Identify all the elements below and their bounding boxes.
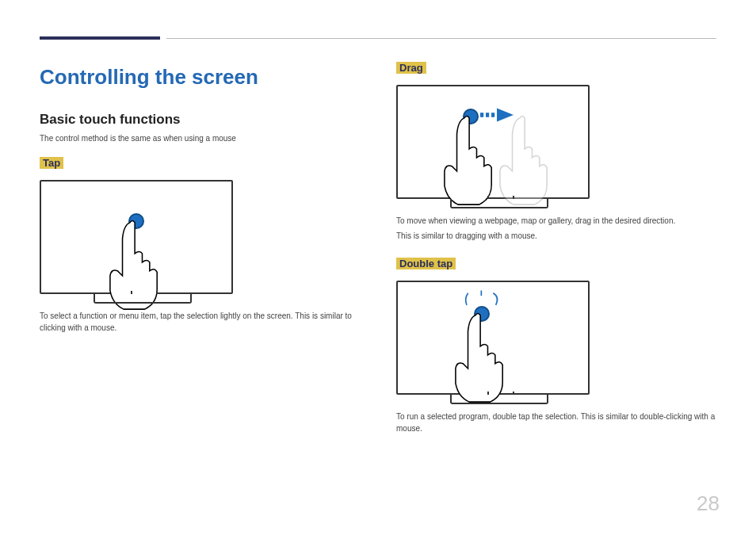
header-rule: [166, 38, 716, 39]
subsection-title: Basic touch functions: [40, 112, 360, 128]
doubletap-illustration: [396, 281, 602, 404]
section-title: Controlling the screen: [40, 65, 360, 90]
tap-description: To select a function or menu item, tap t…: [40, 310, 360, 334]
doubletap-heading: Double tap: [396, 258, 456, 269]
drag-illustration: [396, 85, 602, 208]
monitor-stand-icon: [94, 294, 192, 304]
monitor-icon: [396, 281, 590, 395]
left-column: Controlling the screen Basic touch funct…: [40, 60, 360, 438]
header-accent-bar: [40, 36, 160, 40]
intro-text: The control method is the same as when u…: [40, 134, 360, 143]
monitor-stand-icon: [450, 395, 548, 404]
page-number: 28: [697, 491, 720, 516]
monitor-icon: [40, 180, 233, 294]
doubletap-description: To run a selected program, double tap th…: [396, 411, 716, 434]
drag-heading: Drag: [396, 62, 426, 74]
monitor-icon: [396, 85, 590, 199]
tap-heading: Tap: [40, 157, 63, 169]
right-column: Drag: [396, 60, 716, 438]
drag-description-2: This is similar to dragging with a mouse…: [396, 230, 716, 242]
page: Controlling the screen Basic touch funct…: [0, 0, 756, 535]
monitor-stand-icon: [450, 199, 548, 208]
two-column-layout: Controlling the screen Basic touch funct…: [40, 60, 716, 438]
drag-description-1: To move when viewing a webpage, map or g…: [396, 215, 716, 227]
spacer: [396, 245, 716, 256]
tap-illustration: [40, 180, 246, 304]
